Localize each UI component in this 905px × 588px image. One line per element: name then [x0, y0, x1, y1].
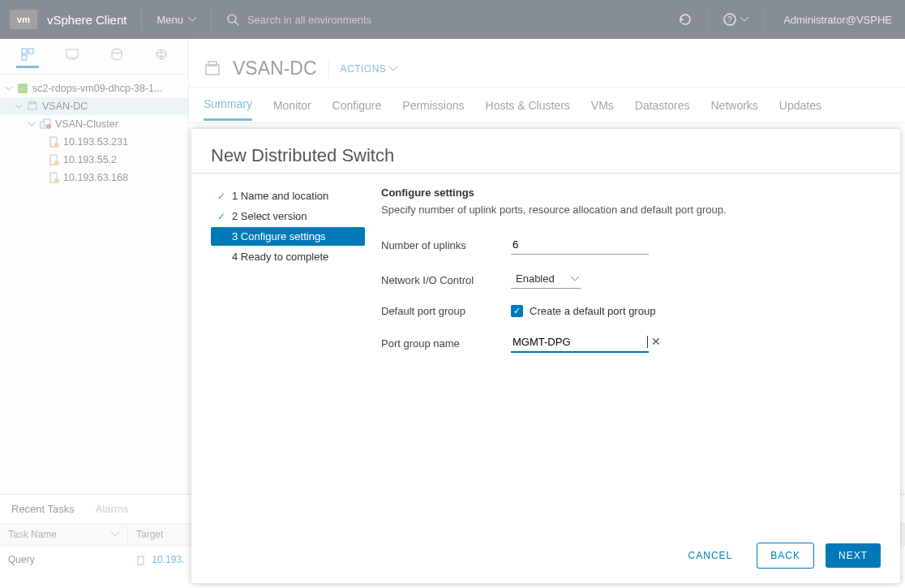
port-group-name-input[interactable]	[513, 336, 649, 348]
check-icon: ✓	[217, 191, 227, 202]
step-1-name-location[interactable]: ✓1 Name and location	[211, 187, 365, 205]
uplinks-input[interactable]	[511, 235, 649, 255]
nioc-select[interactable]: Enabled	[511, 271, 581, 289]
clear-input-button[interactable]: ✕	[648, 335, 664, 348]
port-group-name-label: Port group name	[381, 337, 511, 350]
cancel-button[interactable]: CANCEL	[676, 543, 746, 568]
dialog-title: New Distributed Switch	[211, 145, 881, 166]
step-2-select-version[interactable]: ✓2 Select version	[211, 207, 365, 225]
dialog-footer: CANCEL BACK NEXT	[191, 531, 900, 583]
wizard-content: Configure settings Specify number of upl…	[381, 187, 881, 518]
chevron-down-icon	[571, 277, 579, 281]
next-button[interactable]: NEXT	[826, 543, 881, 568]
default-pg-label: Default port group	[381, 305, 511, 317]
back-button[interactable]: BACK	[757, 543, 814, 569]
wizard-dialog: New Distributed Switch ✓1 Name and locat…	[191, 129, 900, 583]
nioc-value: Enabled	[516, 273, 555, 285]
step-4-ready-complete[interactable]: •4 Ready to complete	[211, 247, 365, 266]
uplinks-label: Number of uplinks	[381, 239, 511, 251]
nioc-label: Network I/O Control	[381, 274, 511, 286]
create-default-pg-checkbox[interactable]: ✓	[511, 305, 523, 317]
section-title: Configure settings	[381, 187, 881, 199]
check-icon: ✓	[217, 211, 227, 222]
wizard-steps: ✓1 Name and location ✓2 Select version •…	[211, 187, 365, 518]
create-default-pg-text: Create a default port group	[530, 305, 655, 317]
section-description: Specify number of uplink ports, resource…	[381, 204, 881, 216]
step-3-configure-settings[interactable]: •3 Configure settings	[211, 227, 365, 246]
